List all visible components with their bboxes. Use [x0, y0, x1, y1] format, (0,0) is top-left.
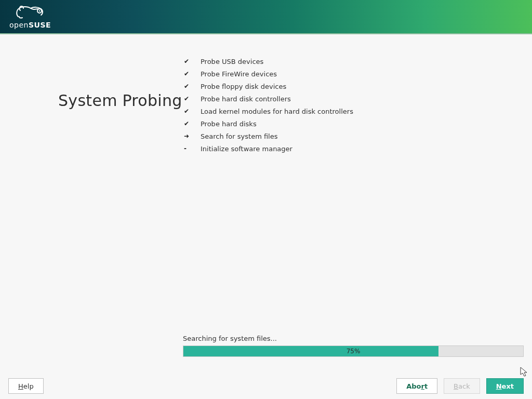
- progress-label: Searching for system files...: [183, 335, 524, 342]
- probe-step-label: Probe FireWire devices: [201, 70, 277, 78]
- back-button: Back: [444, 378, 480, 394]
- progress-area: Searching for system files... 75%: [183, 335, 524, 357]
- check-icon: [184, 70, 201, 77]
- abort-button[interactable]: Abort: [396, 378, 437, 394]
- chameleon-icon: [15, 4, 45, 20]
- content-area: System Probing Probe USB devicesProbe Fi…: [0, 34, 532, 399]
- page-title: System Probing: [58, 91, 182, 110]
- abort-rest: t: [424, 382, 428, 390]
- probe-list: Probe USB devicesProbe FireWire devicesP…: [184, 55, 353, 155]
- dash-icon: [184, 145, 201, 152]
- probe-step: Probe hard disk controllers: [184, 92, 353, 105]
- probe-step: Probe hard disks: [184, 117, 353, 130]
- next-button[interactable]: Next: [486, 378, 524, 394]
- probe-step: Search for system files: [184, 130, 353, 142]
- probe-step: Probe floppy disk devices: [184, 80, 353, 92]
- back-mnemonic: B: [454, 382, 458, 390]
- check-icon: [184, 58, 201, 65]
- help-button[interactable]: Help: [8, 378, 44, 394]
- svg-point-1: [39, 10, 41, 12]
- brand-text: openSUSE: [9, 21, 51, 29]
- next-rest: ext: [502, 382, 514, 390]
- probe-step-label: Probe USB devices: [201, 58, 263, 65]
- probe-step-label: Probe hard disk controllers: [201, 95, 291, 103]
- probe-step: Load kernel modules for hard disk contro…: [184, 105, 353, 117]
- probe-step: Probe FireWire devices: [184, 68, 353, 80]
- opensuse-logo: openSUSE: [9, 4, 51, 29]
- check-icon: [184, 120, 201, 127]
- back-rest: ack: [458, 382, 470, 390]
- check-icon: [184, 108, 201, 115]
- probe-step-label: Initialize software manager: [201, 145, 292, 153]
- abort-a: Abo: [406, 382, 421, 390]
- header: openSUSE: [0, 0, 532, 34]
- probe-step-label: Load kernel modules for hard disk contro…: [201, 108, 353, 115]
- progress-bar: 75%: [183, 345, 524, 357]
- probe-step-label: Probe floppy disk devices: [201, 83, 286, 90]
- probe-step-label: Probe hard disks: [201, 120, 257, 128]
- next-mnemonic: N: [496, 382, 502, 390]
- progress-percent-text: 75%: [183, 346, 523, 356]
- help-rest: elp: [23, 382, 34, 390]
- probe-step: Probe USB devices: [184, 55, 353, 68]
- button-bar: Help Abort Back Next: [8, 378, 524, 394]
- probe-step: Initialize software manager: [184, 142, 353, 155]
- arrow-icon: [184, 132, 201, 140]
- check-icon: [184, 95, 201, 102]
- check-icon: [184, 83, 201, 90]
- probe-step-label: Search for system files: [201, 132, 278, 140]
- help-mnemonic: H: [18, 382, 23, 390]
